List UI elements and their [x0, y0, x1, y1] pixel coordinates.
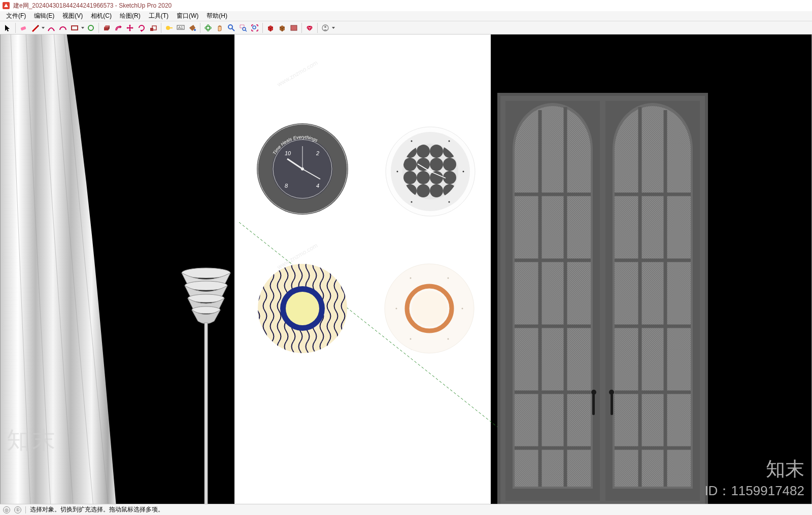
menu-tools[interactable]: 工具(T): [145, 11, 173, 21]
toolbar: A1: [0, 21, 812, 35]
svg-point-61: [411, 201, 413, 203]
dropdown-icon[interactable]: [331, 24, 335, 32]
select-tool[interactable]: [2, 22, 13, 33]
svg-point-54: [417, 184, 430, 197]
svg-point-57: [411, 141, 413, 142]
dropdown-icon[interactable]: [41, 24, 45, 32]
svg-point-42: [417, 145, 430, 158]
orbit-tool[interactable]: [202, 22, 214, 33]
dropdown-icon[interactable]: [81, 24, 85, 32]
eraser-tool[interactable]: [18, 22, 29, 33]
zoom-icon: [227, 24, 235, 32]
text-tool[interactable]: A1: [175, 22, 186, 33]
pushpull-icon: [103, 24, 111, 32]
menu-edit[interactable]: 编辑(E): [30, 11, 58, 21]
text-icon: A1: [177, 24, 185, 32]
ruby-tool[interactable]: [304, 22, 315, 33]
svg-point-22: [324, 26, 326, 28]
zoom-tool[interactable]: [226, 22, 237, 33]
svg-point-75: [396, 308, 397, 310]
menu-window[interactable]: 窗口(W): [173, 11, 202, 21]
svg-point-12: [205, 26, 211, 29]
arc-icon: [47, 24, 55, 32]
rotate-icon: [138, 24, 146, 32]
svg-rect-27: [205, 323, 208, 504]
svg-point-48: [443, 158, 456, 171]
svg-point-55: [430, 184, 443, 197]
arc-tool[interactable]: [46, 22, 57, 33]
zoom-window-tool[interactable]: [238, 22, 249, 33]
svg-point-47: [430, 158, 443, 171]
scale-tool[interactable]: [148, 22, 159, 33]
paint-tool[interactable]: [187, 22, 198, 33]
tape-icon: [165, 24, 173, 32]
scene-wall-clock-ring: [381, 260, 478, 357]
arc2-tool[interactable]: [57, 22, 69, 33]
eraser-icon: [19, 24, 27, 32]
pan-tool[interactable]: [214, 22, 225, 33]
menu-camera[interactable]: 相机(C): [87, 11, 116, 21]
component-tool[interactable]: [288, 22, 299, 33]
scene-wall-clock-checker: [382, 123, 479, 220]
menu-bar: 文件(F) 编辑(E) 视图(V) 相机(C) 绘图(R) 工具(T) 窗口(W…: [0, 11, 812, 21]
viewport[interactable]: 标签 www.znzmo.com www.znzmo.com www.znzmo…: [0, 35, 812, 504]
svg-point-72: [412, 291, 447, 326]
menu-file[interactable]: 文件(F): [2, 11, 30, 21]
rotate-tool[interactable]: [136, 22, 147, 33]
pushpull-tool[interactable]: [101, 22, 112, 33]
svg-rect-1: [20, 26, 26, 30]
svg-point-58: [449, 141, 450, 142]
zoom-extents-tool[interactable]: [249, 22, 260, 33]
status-help-icon[interactable]: ①: [14, 506, 21, 513]
toolbar-separator: [98, 23, 99, 33]
scene-curtain: [1, 35, 122, 504]
status-hint: 选择对象。切换到扩充选择。拖动鼠标选择多项。: [30, 505, 164, 514]
scale-icon: [149, 24, 157, 32]
move-icon: [126, 24, 134, 32]
menu-draw[interactable]: 绘图(R): [116, 11, 145, 21]
menu-help[interactable]: 帮助(H): [202, 11, 231, 21]
svg-point-45: [403, 158, 417, 171]
svg-point-74: [448, 278, 449, 279]
title-bar: 建e网_202404301844244241966573 - SketchUp …: [0, 0, 812, 11]
svg-point-59: [397, 171, 398, 173]
arc2-icon: [59, 24, 67, 32]
status-info-icon[interactable]: ◎: [3, 506, 10, 513]
svg-point-3: [88, 25, 93, 30]
svg-text:A1: A1: [178, 25, 183, 30]
svg-point-78: [448, 338, 449, 340]
pencil-icon: [31, 24, 39, 32]
hand-icon: [216, 24, 224, 32]
rectangle-icon: [71, 24, 79, 32]
svg-point-19: [253, 26, 256, 29]
tape-tool[interactable]: [163, 22, 175, 33]
svg-point-49: [403, 171, 417, 184]
svg-rect-101: [611, 394, 613, 415]
rectangle-tool[interactable]: [69, 22, 80, 33]
svg-rect-5: [150, 28, 153, 31]
svg-rect-20: [291, 25, 297, 30]
circle-tool[interactable]: [85, 22, 96, 33]
gem-icon: [306, 24, 314, 32]
move-tool[interactable]: [124, 22, 136, 33]
svg-point-11: [194, 29, 196, 31]
toolbar-separator: [200, 23, 200, 33]
svg-point-60: [463, 171, 464, 173]
box2-icon: [278, 24, 286, 32]
window-title: 建e网_202404301844244241966573 - SketchUp …: [13, 2, 172, 10]
svg-rect-91: [592, 394, 595, 415]
user-tool[interactable]: [320, 22, 331, 33]
svg-point-50: [417, 171, 430, 184]
menu-view[interactable]: 视图(V): [58, 11, 87, 21]
toolbar-separator: [161, 23, 161, 33]
svg-point-14: [228, 25, 232, 29]
svg-point-51: [430, 171, 443, 184]
line-tool[interactable]: [29, 22, 41, 33]
svg-point-69: [286, 292, 319, 325]
toolbar-separator: [262, 23, 263, 33]
scene-double-door: [497, 93, 708, 504]
status-bar: ◎ ① 选择对象。切换到扩充选择。拖动鼠标选择多项。: [0, 504, 812, 515]
warehouse2-tool[interactable]: [277, 22, 288, 33]
warehouse1-tool[interactable]: [265, 22, 276, 33]
offset-tool[interactable]: [113, 22, 124, 33]
